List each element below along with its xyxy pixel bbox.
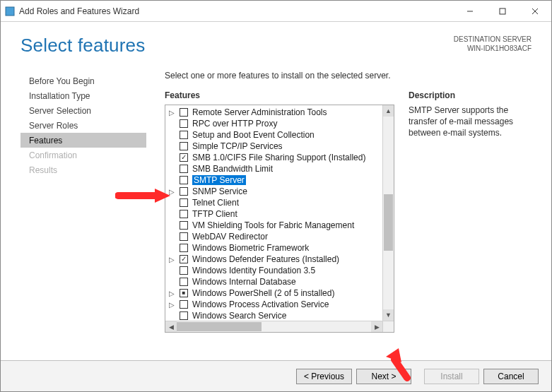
feature-checkbox[interactable] bbox=[180, 187, 188, 196]
feature-checkbox[interactable] bbox=[180, 108, 188, 117]
expand-icon[interactable]: ▷ bbox=[168, 290, 175, 297]
wizard-steps: Before You BeginInstallation TypeServer … bbox=[20, 71, 146, 353]
feature-label[interactable]: WebDAV Redirector bbox=[192, 232, 268, 242]
feature-item[interactable]: ▷SMTP Server bbox=[168, 174, 380, 186]
wizard-step-1[interactable]: Installation Type bbox=[20, 88, 146, 103]
feature-checkbox[interactable] bbox=[180, 119, 188, 128]
scroll-corner bbox=[382, 321, 394, 332]
scroll-up-button[interactable]: ▲ bbox=[383, 105, 394, 117]
svg-rect-2 bbox=[500, 8, 505, 14]
wizard-step-2[interactable]: Server Selection bbox=[20, 103, 146, 118]
feature-label[interactable]: SMB 1.0/CIFS File Sharing Support (Insta… bbox=[192, 153, 365, 162]
features-listbox[interactable]: ▷Remote Server Administration Tools▷RPC … bbox=[165, 105, 394, 333]
feature-checkbox[interactable] bbox=[180, 300, 188, 309]
destination-value: WIN-IDK1HO83ACF bbox=[454, 44, 532, 53]
feature-label[interactable]: Windows Process Activation Service bbox=[192, 299, 329, 309]
feature-item[interactable]: ▷Remote Server Administration Tools bbox=[168, 107, 380, 118]
feature-label[interactable]: Telnet Client bbox=[192, 198, 239, 208]
feature-label[interactable]: Setup and Boot Event Collection bbox=[192, 130, 315, 140]
close-button[interactable] bbox=[519, 1, 551, 22]
scroll-down-button[interactable]: ▼ bbox=[383, 309, 394, 321]
feature-label[interactable]: Windows Defender Features (Installed) bbox=[192, 254, 339, 264]
svg-rect-0 bbox=[6, 7, 14, 16]
scroll-thumb[interactable] bbox=[384, 194, 393, 251]
feature-item[interactable]: ▷Windows Identity Foundation 3.5 bbox=[168, 265, 380, 276]
feature-label[interactable]: RPC over HTTP Proxy bbox=[192, 119, 277, 129]
feature-item[interactable]: ▷Simple TCP/IP Services bbox=[168, 141, 380, 152]
feature-item[interactable]: ▷Windows Biometric Framework bbox=[168, 242, 380, 254]
feature-label[interactable]: Remote Server Administration Tools bbox=[192, 107, 327, 117]
button-bar: < Previous Next > Install Cancel bbox=[1, 360, 551, 391]
next-button[interactable]: Next > bbox=[356, 369, 411, 384]
feature-item[interactable]: ▷VM Shielding Tools for Fabric Managemen… bbox=[168, 220, 380, 231]
feature-label[interactable]: SMTP Server bbox=[192, 175, 246, 185]
feature-item[interactable]: ▷Windows Search Service bbox=[168, 310, 380, 321]
feature-checkbox[interactable] bbox=[180, 232, 188, 241]
feature-label[interactable]: SMB Bandwidth Limit bbox=[192, 164, 273, 174]
feature-checkbox[interactable] bbox=[180, 198, 188, 207]
scroll-right-button[interactable]: ▶ bbox=[371, 321, 382, 332]
horizontal-scrollbar[interactable]: ◀ ▶ bbox=[165, 321, 382, 332]
feature-label[interactable]: Windows Identity Foundation 3.5 bbox=[192, 266, 315, 275]
scroll-left-button[interactable]: ◀ bbox=[165, 321, 177, 332]
feature-item[interactable]: ▷Windows Internal Database bbox=[168, 276, 380, 287]
feature-label[interactable]: VM Shielding Tools for Fabric Management bbox=[192, 220, 354, 230]
destination-label: DESTINATION SERVER bbox=[454, 35, 532, 44]
feature-item[interactable]: ▷Windows PowerShell (2 of 5 installed) bbox=[168, 287, 380, 299]
feature-label[interactable]: Windows PowerShell (2 of 5 installed) bbox=[192, 288, 334, 298]
wizard-step-4[interactable]: Features bbox=[20, 133, 146, 148]
cancel-button[interactable]: Cancel bbox=[483, 369, 539, 384]
expand-icon[interactable]: ▷ bbox=[168, 256, 175, 263]
expand-icon[interactable]: ▷ bbox=[168, 301, 175, 308]
feature-item[interactable]: ▷WebDAV Redirector bbox=[168, 231, 380, 242]
feature-checkbox[interactable] bbox=[180, 266, 188, 275]
feature-item[interactable]: ▷SMB 1.0/CIFS File Sharing Support (Inst… bbox=[168, 152, 380, 163]
feature-item[interactable]: ▷RPC over HTTP Proxy bbox=[168, 118, 380, 129]
feature-label[interactable]: Windows Internal Database bbox=[192, 277, 296, 287]
scroll-track[interactable] bbox=[383, 117, 394, 309]
feature-item[interactable]: ▷SNMP Service bbox=[168, 186, 380, 197]
title-bar: Add Roles and Features Wizard bbox=[1, 1, 551, 22]
feature-checkbox[interactable] bbox=[180, 176, 188, 184]
feature-label[interactable]: TFTP Client bbox=[192, 209, 237, 219]
page-title: Select features bbox=[20, 35, 145, 57]
wizard-step-0[interactable]: Before You Begin bbox=[20, 73, 146, 88]
feature-checkbox[interactable] bbox=[180, 165, 188, 173]
feature-checkbox[interactable] bbox=[180, 131, 188, 139]
wizard-step-3[interactable]: Server Roles bbox=[20, 118, 146, 133]
scroll-htrack[interactable] bbox=[177, 321, 371, 332]
feature-checkbox[interactable] bbox=[180, 255, 188, 263]
feature-checkbox[interactable] bbox=[180, 289, 188, 297]
previous-button[interactable]: < Previous bbox=[296, 369, 352, 384]
feature-checkbox[interactable] bbox=[180, 142, 188, 150]
expand-icon[interactable]: ▷ bbox=[168, 109, 175, 116]
feature-checkbox[interactable] bbox=[180, 210, 188, 218]
feature-item[interactable]: ▷Telnet Client bbox=[168, 197, 380, 208]
features-heading: Features bbox=[165, 90, 394, 100]
feature-item[interactable]: ▷Windows Defender Features (Installed) bbox=[168, 254, 380, 265]
destination-block: DESTINATION SERVER WIN-IDK1HO83ACF bbox=[454, 35, 532, 53]
feature-item[interactable]: ▷TFTP Client bbox=[168, 208, 380, 220]
content-area: Select features DESTINATION SERVER WIN-I… bbox=[1, 22, 551, 360]
feature-checkbox[interactable] bbox=[180, 244, 188, 252]
feature-checkbox[interactable] bbox=[180, 153, 188, 162]
expand-icon[interactable]: ▷ bbox=[168, 188, 175, 195]
minimize-button[interactable] bbox=[454, 1, 486, 22]
scroll-hthumb[interactable] bbox=[177, 322, 262, 331]
description-text: SMTP Server supports the transfer of e-m… bbox=[409, 105, 532, 139]
feature-checkbox[interactable] bbox=[180, 221, 188, 230]
maximize-button[interactable] bbox=[486, 1, 519, 22]
feature-label[interactable]: Windows Search Service bbox=[192, 311, 286, 321]
feature-checkbox[interactable] bbox=[180, 311, 188, 320]
feature-item[interactable]: ▷Windows Process Activation Service bbox=[168, 299, 380, 310]
instruction-text: Select one or more features to install o… bbox=[165, 71, 532, 81]
wizard-step-6: Results bbox=[20, 162, 146, 177]
feature-checkbox[interactable] bbox=[180, 278, 188, 286]
feature-label[interactable]: SNMP Service bbox=[192, 186, 247, 196]
vertical-scrollbar[interactable]: ▲ ▼ bbox=[382, 105, 394, 321]
feature-label[interactable]: Windows Biometric Framework bbox=[192, 243, 309, 253]
feature-item[interactable]: ▷Setup and Boot Event Collection bbox=[168, 129, 380, 141]
install-button[interactable]: Install bbox=[424, 369, 479, 384]
feature-item[interactable]: ▷SMB Bandwidth Limit bbox=[168, 163, 380, 174]
feature-label[interactable]: Simple TCP/IP Services bbox=[192, 141, 283, 151]
